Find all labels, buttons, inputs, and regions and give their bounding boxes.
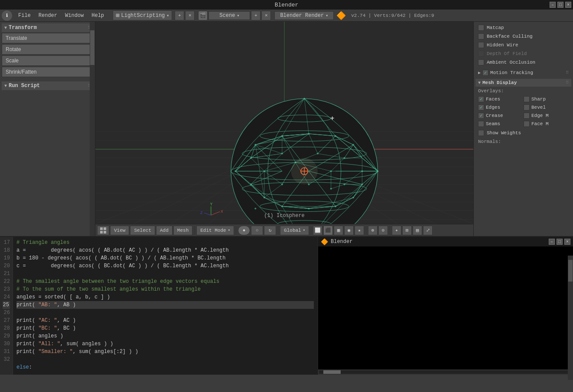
bevel-label: Bevel	[531, 105, 546, 110]
script-editor[interactable]: 17 18 19 20 21 22 23 24 25 26 27 28 29 3…	[0, 237, 317, 375]
maximize-button[interactable]: □	[557, 2, 563, 8]
add-workspace-btn[interactable]: +	[175, 11, 184, 20]
motion-tracking-row: ▶ Motion Tracking ⠿	[475, 68, 571, 77]
close-scene-btn[interactable]: ×	[261, 11, 271, 20]
code-area[interactable]: # Triangle angles a = degrees( acos( ( A…	[13, 237, 317, 375]
edges-checkbox[interactable]	[478, 104, 484, 110]
hidden-wire-row: Hidden Wire	[475, 41, 571, 49]
minimize-button[interactable]: –	[550, 2, 556, 8]
svg-point-44	[343, 157, 345, 159]
mesh-menu[interactable]: Mesh	[173, 226, 192, 235]
svg-point-56	[330, 188, 332, 190]
render-maximize-btn[interactable]: □	[557, 239, 563, 245]
transform-pivot-btn[interactable]: ↻	[264, 226, 276, 235]
render-window: 🔶 Blender – □ ×	[317, 237, 573, 375]
crease-checkbox[interactable]	[478, 113, 484, 119]
menu-render[interactable]: Render	[35, 12, 61, 19]
seams-checkbox[interactable]	[478, 121, 484, 127]
render-close-btn[interactable]: ×	[564, 239, 570, 245]
run-script-panel-header[interactable]: ▼ Run Script ⠿	[2, 81, 93, 90]
seams-overlay: Seams	[478, 120, 523, 128]
svg-point-48	[330, 170, 332, 172]
mesh-display-arrow[interactable]: ▼	[478, 81, 481, 85]
render-minimize-btn[interactable]: –	[549, 239, 555, 245]
transform-panel-header[interactable]: ▼ Transform ⠿	[2, 23, 93, 32]
rendered-btn[interactable]: ★	[355, 226, 364, 235]
svg-rect-76	[100, 231, 103, 233]
bevel-checkbox[interactable]	[524, 104, 530, 110]
render-scrollbar-vertical[interactable]	[568, 256, 573, 380]
svg-point-37	[308, 133, 309, 135]
solid-btn[interactable]: ⬛	[323, 226, 333, 235]
depth-of-field-checkbox[interactable]	[478, 51, 484, 57]
material-btn[interactable]: ◉	[344, 226, 354, 235]
svg-point-35	[254, 144, 256, 146]
wireframe-btn[interactable]: ⬜	[313, 226, 322, 235]
solid-shading-btn[interactable]: ●	[238, 226, 250, 235]
face-m-checkbox[interactable]	[524, 121, 530, 127]
faces-checkbox[interactable]	[478, 96, 484, 102]
add-menu[interactable]: Add	[156, 226, 173, 235]
edge-m-label: Edge M	[531, 113, 549, 118]
add-scene-btn[interactable]: +	[251, 11, 260, 20]
faces-overlay: Faces	[478, 95, 523, 103]
scene-selector[interactable]: Scene ▾	[208, 11, 250, 20]
render-scrollbar-horizontal[interactable]	[318, 369, 573, 375]
pivot-btn[interactable]: ✦	[392, 226, 401, 235]
shrink-fatten-button[interactable]: Shrink/Fatten	[2, 67, 93, 77]
snap-btn[interactable]: ⊕	[368, 226, 378, 235]
viewport-area[interactable]: User Persp	[95, 22, 473, 236]
scale-button[interactable]: Scale	[2, 55, 93, 66]
mesh-display-header[interactable]: ▼ Mesh Display ⠿	[475, 79, 571, 87]
mesh-display-label: Mesh Display	[482, 80, 517, 85]
normals-label: Normals:	[475, 137, 571, 145]
edge-m-overlay: Edge M	[524, 112, 569, 120]
menu-help[interactable]: Help	[88, 12, 107, 19]
circle-shading-btn[interactable]: ○	[251, 226, 263, 235]
svg-point-59	[281, 205, 283, 207]
render-engine-selector[interactable]: Blender Render ▾	[274, 11, 334, 20]
global-selector[interactable]: Global ▾	[280, 226, 309, 235]
menu-window[interactable]: Window	[62, 12, 87, 19]
edge-m-checkbox[interactable]	[524, 113, 530, 119]
view-menu[interactable]: View	[110, 226, 129, 235]
translate-button[interactable]: Translate	[2, 33, 93, 43]
viewport-canvas[interactable]: + X Y Z	[95, 22, 473, 224]
matcap-checkbox[interactable]	[478, 25, 484, 31]
left-sidebar-scrollbar[interactable]	[90, 22, 95, 236]
close-workspace-btn[interactable]: ×	[185, 11, 195, 20]
rotate-button[interactable]: Rotate	[2, 44, 93, 55]
show-weights-checkbox[interactable]	[478, 130, 484, 136]
fullscreen-btn[interactable]: ⤢	[423, 226, 433, 235]
left-sidebar: ▼ Transform ⠿ Translate Rotate Scale Shr…	[0, 22, 95, 236]
viewport-toolbar: View Select Add Mesh Edit Mode ▾ ● ○ ↻ G…	[95, 224, 473, 236]
edges-overlay: Edges	[478, 104, 523, 111]
separator-6	[390, 226, 390, 235]
select-menu[interactable]: Select	[130, 226, 155, 235]
version-info: v2.74 | Verts:9/642 | Edges:9	[351, 13, 434, 18]
render-area[interactable]	[318, 246, 573, 369]
close-button[interactable]: ×	[565, 2, 571, 8]
manipulator-btn[interactable]: ⊞	[402, 226, 412, 235]
backface-culling-checkbox[interactable]	[478, 33, 484, 39]
mode-selector[interactable]: Edit Mode ▾	[196, 226, 234, 235]
motion-tracking-drag: ⠿	[566, 70, 569, 75]
mesh-display-drag: ⠿	[566, 80, 569, 85]
layer-btn[interactable]: ▤	[413, 226, 422, 235]
menu-file[interactable]: File	[15, 12, 34, 19]
svg-point-39	[352, 144, 354, 146]
workspace-selector[interactable]: ⊞ LightScripting ▾	[113, 10, 172, 20]
render-scrollbar-thumb[interactable]	[323, 370, 341, 374]
render-engine-label: Blender Render	[280, 13, 324, 19]
sharp-checkbox[interactable]	[524, 96, 530, 102]
motion-tracking-arrow[interactable]: ▶	[478, 70, 481, 75]
scene-label: Scene	[219, 13, 235, 19]
texture-btn[interactable]: ▦	[334, 226, 343, 235]
separator-2	[236, 226, 236, 235]
ambient-occlusion-checkbox[interactable]	[478, 59, 484, 65]
proportional-btn[interactable]: ⊙	[378, 226, 388, 235]
info-icon[interactable]: ℹ	[2, 10, 12, 21]
hidden-wire-checkbox[interactable]	[478, 42, 484, 48]
motion-tracking-checkbox[interactable]	[482, 70, 488, 76]
viewport-mode-icon[interactable]	[97, 226, 109, 235]
